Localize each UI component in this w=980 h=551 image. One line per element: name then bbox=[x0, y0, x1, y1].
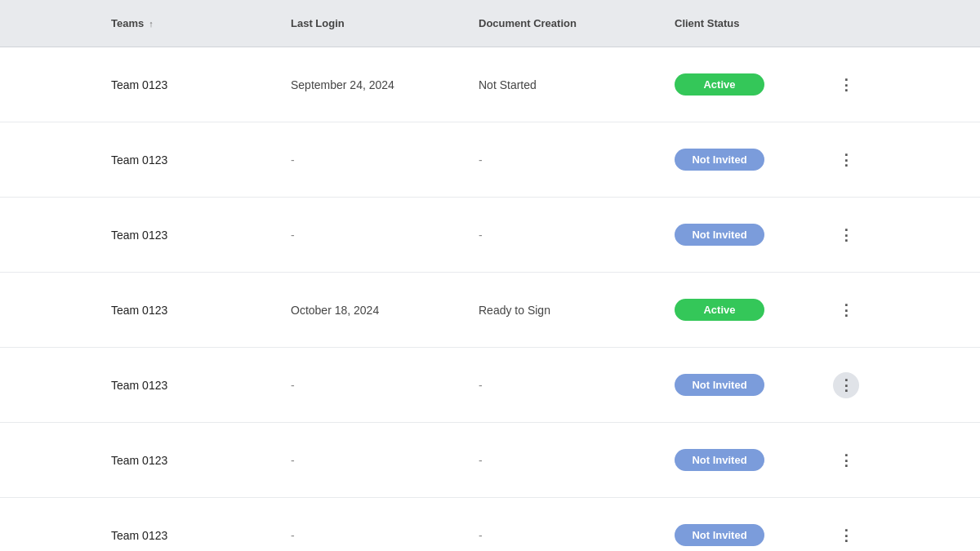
status-badge: Active bbox=[675, 73, 764, 96]
cell-client-status: Active bbox=[675, 73, 822, 96]
table-row: Team 0123October 18, 2024Ready to SignAc… bbox=[0, 273, 980, 348]
status-badge: Not Invited bbox=[675, 149, 764, 171]
cell-actions: ⋮ bbox=[822, 447, 871, 473]
more-options-button[interactable]: ⋮ bbox=[833, 72, 859, 98]
table-row: Team 0123--Not Invited⋮ bbox=[0, 122, 980, 198]
cell-team-name: Team 0123 bbox=[111, 78, 291, 91]
header-col-client-status[interactable]: Client Status bbox=[675, 17, 822, 29]
more-options-button[interactable]: ⋮ bbox=[833, 147, 859, 173]
status-badge: Not Invited bbox=[675, 449, 764, 471]
table-body: Team 0123September 24, 2024Not StartedAc… bbox=[0, 47, 980, 551]
table-row: Team 0123--Not Invited⋮ bbox=[0, 198, 980, 273]
status-badge: Not Invited bbox=[675, 374, 764, 396]
table-row: Team 0123September 24, 2024Not StartedAc… bbox=[0, 47, 980, 122]
header-col-last-login[interactable]: Last Login bbox=[291, 17, 479, 29]
sort-up-icon[interactable]: ↑ bbox=[149, 19, 154, 29]
cell-last-login: - bbox=[291, 454, 479, 467]
cell-client-status: Not Invited bbox=[675, 149, 822, 171]
header-col-document-creation[interactable]: Document Creation bbox=[479, 17, 675, 29]
header-teams-label: Teams bbox=[111, 17, 144, 29]
cell-last-login: - bbox=[291, 229, 479, 242]
table-row: Team 0123--Not Invited⋮ bbox=[0, 423, 980, 498]
more-options-button[interactable]: ⋮ bbox=[833, 447, 859, 473]
cell-doc-creation: - bbox=[479, 379, 675, 392]
cell-client-status: Not Invited bbox=[675, 449, 822, 471]
table-container: Teams ↑ Last Login Document Creation Cli… bbox=[0, 0, 980, 551]
status-badge: Not Invited bbox=[675, 224, 764, 246]
cell-team-name: Team 0123 bbox=[111, 454, 291, 467]
cell-client-status: Active bbox=[675, 299, 822, 321]
more-options-button[interactable]: ⋮ bbox=[833, 297, 859, 323]
cell-client-status: Not Invited bbox=[675, 224, 822, 246]
cell-actions: ⋮ bbox=[822, 147, 871, 173]
cell-team-name: Team 0123 bbox=[111, 153, 291, 167]
cell-last-login: - bbox=[291, 529, 479, 542]
cell-team-name: Team 0123 bbox=[111, 379, 291, 392]
cell-actions: ⋮ bbox=[822, 72, 871, 98]
cell-last-login: - bbox=[291, 379, 479, 392]
cell-doc-creation: Ready to Sign bbox=[479, 304, 675, 317]
cell-actions: ⋮ bbox=[822, 522, 871, 549]
cell-doc-creation: Not Started bbox=[479, 78, 675, 91]
status-badge: Not Invited bbox=[675, 524, 764, 546]
table-row: Team 0123--Not Invited⋮ bbox=[0, 498, 980, 551]
table-row: Team 0123--Not Invited⋮ bbox=[0, 348, 980, 423]
cell-last-login: October 18, 2024 bbox=[291, 304, 479, 317]
status-badge: Active bbox=[675, 299, 764, 321]
cell-team-name: Team 0123 bbox=[111, 529, 291, 542]
more-options-button[interactable]: ⋮ bbox=[833, 372, 859, 398]
cell-team-name: Team 0123 bbox=[111, 229, 291, 242]
cell-last-login: - bbox=[291, 153, 479, 167]
more-options-button[interactable]: ⋮ bbox=[833, 222, 859, 248]
cell-actions: ⋮ bbox=[822, 297, 871, 323]
cell-client-status: Not Invited bbox=[675, 374, 822, 396]
cell-last-login: September 24, 2024 bbox=[291, 78, 479, 91]
cell-client-status: Not Invited bbox=[675, 524, 822, 546]
cell-doc-creation: - bbox=[479, 153, 675, 167]
cell-doc-creation: - bbox=[479, 229, 675, 242]
table-header: Teams ↑ Last Login Document Creation Cli… bbox=[0, 0, 980, 47]
cell-actions: ⋮ bbox=[822, 372, 871, 398]
cell-actions: ⋮ bbox=[822, 222, 871, 248]
cell-team-name: Team 0123 bbox=[111, 304, 291, 317]
more-options-button[interactable]: ⋮ bbox=[833, 522, 859, 549]
cell-doc-creation: - bbox=[479, 454, 675, 467]
cell-doc-creation: - bbox=[479, 529, 675, 542]
header-col-teams[interactable]: Teams ↑ bbox=[111, 17, 291, 29]
